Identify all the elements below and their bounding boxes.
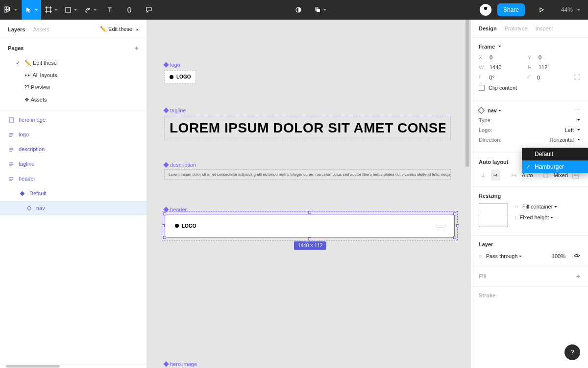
add-page-button[interactable]: + [135, 44, 139, 52]
layer-logo[interactable]: logo [0, 127, 147, 142]
clip-content-checkbox[interactable] [479, 85, 485, 91]
header-logo-text: LOGO [182, 223, 196, 229]
layer-tagline[interactable]: tagline [0, 157, 147, 171]
svg-rect-4 [9, 7, 10, 11]
hamburger-icon [438, 224, 444, 228]
resize-horizontal[interactable]: Fill container [522, 204, 557, 210]
svg-rect-3 [7, 10, 8, 11]
svg-point-36 [574, 175, 575, 176]
move-tool[interactable] [22, 0, 41, 20]
al-direction-vertical[interactable] [479, 170, 488, 181]
independent-corners-icon[interactable] [574, 74, 580, 81]
canvas-label-logo[interactable]: logo [164, 62, 180, 68]
layer-default[interactable]: Default [0, 186, 147, 201]
horizontal-scrollbar[interactable] [0, 364, 147, 368]
main-menu-button[interactable] [0, 0, 22, 20]
boolean-tool[interactable] [310, 0, 330, 20]
tab-inspect[interactable]: Inspect [536, 26, 553, 31]
hand-tool[interactable] [120, 0, 139, 20]
page-item[interactable]: ✓✏️ Edit these [8, 57, 139, 69]
help-button[interactable]: ? [564, 344, 580, 360]
page-item[interactable]: ❖ Assets [8, 94, 139, 106]
header-frame[interactable]: LOGO [165, 214, 455, 237]
comment-tool[interactable] [139, 0, 159, 20]
layer-nav[interactable]: nav [0, 201, 147, 215]
clip-content-label: Clip content [489, 85, 517, 91]
user-avatar[interactable] [480, 4, 491, 16]
frame-y[interactable]: 0 [539, 54, 573, 60]
svg-point-38 [577, 175, 578, 176]
canvas-label-tagline[interactable]: tagline [164, 107, 186, 113]
canvas-label-description[interactable]: description [164, 162, 196, 168]
prop-direction[interactable]: Horizontal [549, 137, 580, 143]
selection-handle[interactable] [308, 237, 311, 240]
prop-type[interactable] [576, 119, 580, 122]
frame-tool[interactable] [41, 0, 61, 20]
selection-handle[interactable] [162, 224, 165, 227]
shape-tool[interactable] [61, 0, 80, 20]
resize-v-icon: ↕ [514, 214, 517, 220]
canvas[interactable]: logo LOGO tagline LOREM IPSUM DOLOR SIT … [147, 20, 470, 368]
description-component[interactable]: Lorem ipsum dolor sit amet consectetur a… [164, 169, 451, 180]
layer-header[interactable]: header [0, 171, 147, 186]
tagline-component[interactable]: LOREM IPSUM DOLOR SIT AMET CONSECTETUR [164, 116, 451, 140]
add-fill-button[interactable]: + [576, 272, 580, 280]
selection-handle[interactable] [456, 224, 459, 227]
svg-rect-9 [66, 7, 71, 12]
svg-point-37 [575, 175, 576, 176]
selection-handle[interactable] [453, 212, 456, 215]
resize-vertical[interactable]: Fixed height [520, 214, 554, 220]
tab-assets[interactable]: Assets [33, 26, 49, 32]
frame-rotation[interactable]: 0° [490, 75, 523, 80]
prop-logo[interactable]: Left [565, 127, 580, 133]
resize-h-icon: ↔ [514, 204, 519, 210]
vertical-scrollbar[interactable] [465, 20, 470, 368]
resizing-diagram[interactable]: ‹ › [479, 204, 508, 227]
pen-tool[interactable] [80, 0, 100, 20]
component-name[interactable]: nav [488, 107, 501, 113]
zoom-level[interactable]: 44% [561, 6, 580, 13]
tab-layers[interactable]: Layers [8, 26, 25, 32]
svg-rect-16 [9, 118, 14, 122]
layer-hero-image[interactable]: hero image [0, 112, 147, 127]
svg-rect-1 [7, 7, 8, 9]
al-direction-horizontal[interactable] [491, 170, 500, 181]
resizing-title: Resizing [479, 193, 580, 199]
canvas-label-hero[interactable]: hero image [164, 361, 197, 367]
selection-handle[interactable] [163, 236, 166, 239]
logo-dot-icon [175, 224, 179, 228]
selection-handle[interactable] [163, 212, 166, 215]
visibility-toggle[interactable] [573, 252, 580, 260]
type-dropdown: Default Hamburger [522, 148, 588, 173]
page-item[interactable]: 👀 All layouts [8, 69, 139, 81]
layer-opacity[interactable]: 100% [552, 253, 565, 259]
svg-rect-0 [5, 7, 6, 9]
frame-w[interactable]: 1440 [490, 64, 524, 70]
tab-design[interactable]: Design [479, 26, 497, 31]
share-button[interactable]: Share [497, 3, 525, 16]
canvas-label-header[interactable]: header [164, 207, 187, 212]
frame-radius[interactable]: 0 [537, 75, 570, 80]
selection-handle[interactable] [308, 211, 311, 214]
blend-mode[interactable]: Pass through [486, 253, 522, 259]
dimensions-badge: 1440 × 112 [294, 241, 326, 250]
layer-description[interactable]: description [0, 142, 147, 157]
frame-h[interactable]: 112 [539, 64, 573, 70]
autolayout-title: Auto layout [479, 159, 509, 165]
dropdown-option-hamburger[interactable]: Hamburger [522, 160, 588, 173]
dropdown-option-default[interactable]: Default [522, 148, 588, 160]
page-selector[interactable]: ✏️ Edit these [100, 26, 139, 32]
tab-prototype[interactable]: Prototype [505, 26, 528, 31]
logo-component[interactable]: LOGO [164, 70, 196, 83]
pages-title: Pages [8, 45, 24, 51]
al-spacing-icon [510, 170, 519, 181]
page-item[interactable]: ⁇ Preview [8, 81, 139, 94]
selection-handle[interactable] [453, 236, 456, 239]
mask-tool[interactable] [289, 0, 308, 20]
frame-x[interactable]: 0 [490, 54, 524, 60]
svg-rect-2 [5, 10, 6, 12]
fill-title: Fill [479, 273, 487, 279]
present-button[interactable] [532, 0, 551, 20]
frame-section-title[interactable]: Frame [479, 44, 580, 50]
text-tool[interactable] [100, 0, 120, 20]
